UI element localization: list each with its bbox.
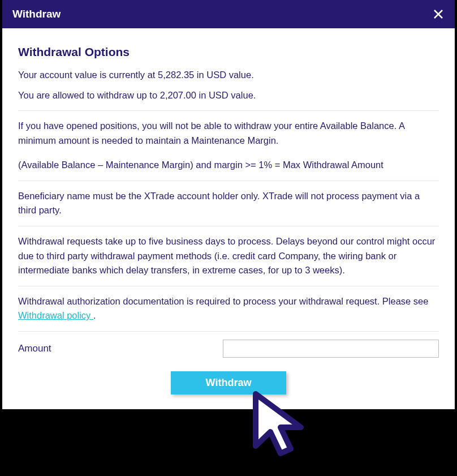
withdrawal-policy-link[interactable]: Withdrawal policy [18,310,93,320]
processing-note: Withdrawal requests take up to five busi… [18,234,439,278]
divider [18,226,439,226]
modal-title: Withdraw [12,8,61,20]
divider [18,110,439,111]
withdraw-button[interactable]: Withdraw [171,371,287,394]
formula-note: (Available Balance – Maintenance Margin)… [18,158,439,173]
amount-label: Amount [18,343,51,354]
withdraw-modal: Withdraw Withdrawal Options Your account… [2,0,455,409]
submit-row: Withdraw [18,371,439,394]
close-icon [433,9,443,19]
amount-input[interactable] [223,340,439,358]
divider [18,331,439,332]
divider [18,181,439,181]
account-value-text: Your account value is currently at 5,282… [18,68,439,83]
authorization-suffix: . [93,310,96,320]
authorization-note: Withdrawal authorization documentation i… [18,294,439,323]
positions-note: If you have opened positions, you will n… [18,119,439,148]
authorization-prefix: Withdrawal authorization documentation i… [18,296,428,306]
beneficiary-note: Beneficiary name must be the XTrade acco… [18,189,439,218]
divider [18,286,439,286]
amount-row: Amount [18,340,439,358]
modal-header: Withdraw [2,0,455,28]
modal-body: Withdrawal Options Your account value is… [2,28,455,409]
section-title: Withdrawal Options [18,45,439,59]
allowed-withdraw-text: You are allowed to withdraw up to 2,207.… [18,88,439,103]
close-button[interactable] [432,8,445,20]
